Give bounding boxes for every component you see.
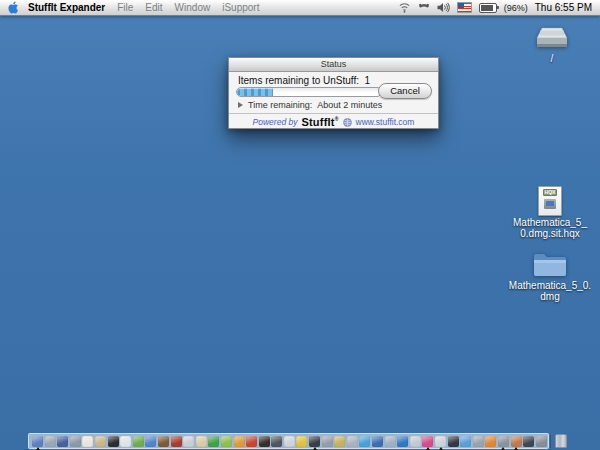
dock-icon-20[interactable] [271, 436, 282, 447]
dock-icon-40[interactable] [523, 436, 534, 447]
menu-bar: StuffIt Expander FileEditWindowiSupport [0, 0, 600, 16]
dialog-separator [229, 113, 438, 114]
dock-icon-15[interactable] [208, 436, 219, 447]
items-remaining-value: 1 [365, 75, 371, 86]
battery-icon[interactable] [479, 3, 497, 13]
globe-icon [343, 113, 352, 131]
disclosure-triangle-icon[interactable] [238, 102, 243, 108]
powered-by-text: Powered by [253, 117, 298, 127]
dock-icon-29[interactable] [385, 436, 396, 447]
folder-icon[interactable]: Mathematica_5_0.dmg [506, 249, 594, 302]
hard-disk-icon[interactable]: / [522, 26, 582, 65]
dock-icon-35[interactable] [460, 436, 471, 447]
cancel-button-label: Cancel [390, 85, 420, 96]
progress-bar [236, 87, 382, 97]
dock-icon-26[interactable] [347, 436, 358, 447]
dock-icon-10[interactable] [145, 436, 156, 447]
dock-icon-3[interactable] [57, 436, 68, 447]
dock-icon-13[interactable] [183, 436, 194, 447]
dock-icon-9[interactable] [133, 436, 144, 447]
apple-menu-icon[interactable] [7, 1, 20, 14]
dock-icon-8[interactable] [120, 436, 131, 447]
dock-icon-28[interactable] [372, 436, 383, 447]
dock-icon-24[interactable] [322, 436, 333, 447]
dock-icon-21[interactable] [284, 436, 295, 447]
dialog-title-bar[interactable]: Status [229, 58, 438, 72]
dock-icon-12[interactable] [171, 436, 182, 447]
dock-icon-7[interactable] [108, 436, 119, 447]
hqx-file-label: Mathematica_5_0.dmg.sit.hqx [511, 218, 589, 239]
folder-label: Mathematica_5_0.dmg [507, 281, 593, 302]
dock-icon-11[interactable] [158, 436, 169, 447]
dock-icon-33[interactable] [435, 436, 446, 447]
menu-app-name[interactable]: StuffIt Expander [28, 2, 105, 13]
menu-item-edit[interactable]: Edit [145, 2, 162, 13]
progress-fill [237, 88, 273, 96]
menu-item-isupport[interactable]: iSupport [222, 2, 259, 13]
menu-clock[interactable]: Thu 6:55 PM [535, 2, 592, 13]
dock-icon-34[interactable] [448, 436, 459, 447]
hqx-badge: HQX [543, 189, 558, 196]
dialog-footer: Powered by StuffIt® www.stuffit.com [229, 116, 438, 128]
dock-icon-4[interactable] [70, 436, 81, 447]
status-dialog: Status Items remaining to UnStuff: 1 Can… [228, 57, 439, 129]
dock-divider [550, 435, 551, 448]
hqx-file-icon[interactable]: HQX Mathematica_5_0.dmg.sit.hqx [506, 186, 594, 239]
dock-icon-1[interactable] [32, 436, 43, 447]
menu-item-window[interactable]: Window [175, 2, 211, 13]
dock-icon-5[interactable] [82, 436, 93, 447]
phone-icon[interactable] [418, 1, 430, 14]
airport-icon[interactable] [398, 1, 411, 14]
stuffit-brand[interactable]: StuffIt® [301, 116, 338, 128]
dock-icon-31[interactable] [410, 436, 421, 447]
time-remaining-label: Time remaining: [248, 100, 312, 110]
dock-icon-36[interactable] [473, 436, 484, 447]
dock-icon-23[interactable] [309, 436, 320, 447]
menu-item-file[interactable]: File [117, 2, 133, 13]
dialog-title: Status [321, 59, 347, 69]
time-remaining-value: About 2 minutes [317, 100, 382, 110]
stuffit-url[interactable]: www.stuffit.com [356, 117, 415, 127]
dock-icon-16[interactable] [221, 436, 232, 447]
dock-icon-38[interactable] [498, 436, 509, 447]
dock-icon-30[interactable] [397, 436, 408, 447]
dock-icon-2[interactable] [45, 436, 56, 447]
desktop: StuffIt Expander FileEditWindowiSupport [0, 0, 600, 450]
battery-percent: (96%) [504, 3, 528, 13]
hard-disk-label: / [551, 54, 554, 65]
hqx-page-art: HQX [538, 186, 562, 216]
keyboard-flag-icon[interactable] [457, 2, 472, 13]
dock-icon-41[interactable] [536, 436, 547, 447]
dock-icon-6[interactable] [95, 436, 106, 447]
dock [28, 433, 549, 449]
hqx-art-icon [544, 199, 556, 209]
dock-icon-27[interactable] [359, 436, 370, 447]
dock-icon-22[interactable] [296, 436, 307, 447]
dock-icon-39[interactable] [511, 436, 522, 447]
dock-icon-18[interactable] [246, 436, 257, 447]
items-remaining-line: Items remaining to UnStuff: 1 [238, 75, 370, 86]
cancel-button[interactable]: Cancel [378, 83, 432, 99]
dock-icon-14[interactable] [196, 436, 207, 447]
dock-icon-25[interactable] [334, 436, 345, 447]
items-remaining-label: Items remaining to UnStuff: [238, 75, 359, 86]
dock-icon-19[interactable] [259, 436, 270, 447]
dock-icon-32[interactable] [422, 436, 433, 447]
dock-icon-17[interactable] [234, 436, 245, 447]
time-remaining-line: Time remaining: About 2 minutes [238, 100, 382, 110]
volume-icon[interactable] [437, 1, 450, 14]
trash-icon[interactable] [555, 434, 567, 448]
dock-icon-37[interactable] [485, 436, 496, 447]
